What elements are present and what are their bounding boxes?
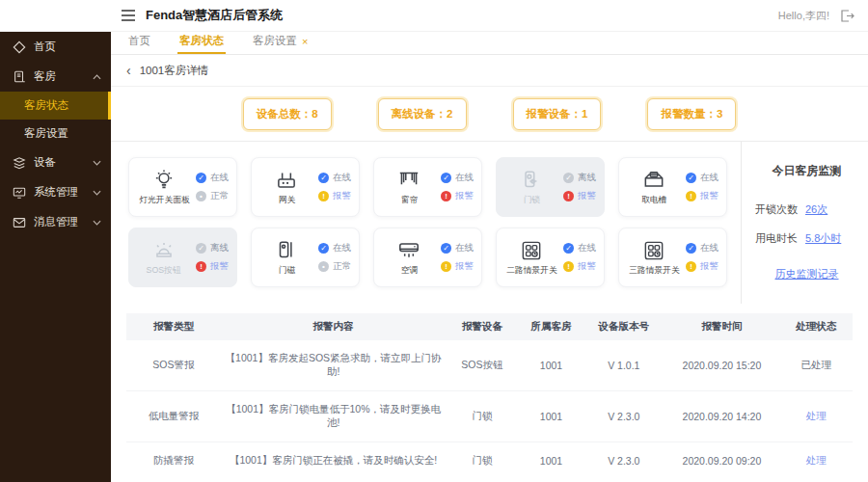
tab-bar: 首页 客房状态 客房设置 × [111,32,868,55]
sidebar-item-room-settings[interactable]: 客房设置 [0,120,111,147]
app-title: Fenda智慧酒店后管系统 [146,7,283,24]
sidebar-item-room-status[interactable]: 客房状态 [0,92,111,120]
alarm-red-icon: ! [196,261,206,272]
col-alarm-time: 报警时间 [664,313,779,340]
online-check-icon: ✓ [318,243,329,254]
offline-check-icon: ✓ [563,173,574,183]
user-greeting: Hello,李四! [778,9,829,23]
tab-room-settings[interactable]: 客房设置 × [251,34,310,54]
sidebar-item-home[interactable]: 首页 [0,32,111,62]
sidebar-item-devices[interactable]: 设备 [0,147,111,177]
device-card-air-conditioner[interactable]: 空调 ✓在线 !报警 [373,228,482,287]
handle-link[interactable]: 处理 [780,391,853,442]
door-sensor-icon [274,238,299,263]
normal-status-icon: • [318,261,329,272]
monitor-title: 今日客房监测 [755,163,858,179]
col-handle-status: 处理状态 [780,313,853,340]
table-header-row: 报警类型 报警内容 报警设备 所属客房 设备版本号 报警时间 处理状态 [126,313,853,340]
close-tab-icon[interactable]: × [302,36,308,47]
col-alarm-type: 报警类型 [126,313,221,340]
back-icon[interactable]: ‹ [126,64,131,77]
sidebar-item-messages[interactable]: 消息管理 [0,207,111,237]
power-slot-icon [641,168,666,193]
power-time-link[interactable]: 5.8小时 [805,231,841,246]
table-row: SOS警报 【1001】客房发起SOS紧急求助，请立即上门协助! SOS按钮 1… [126,340,853,391]
alarm-yellow-icon: ! [686,261,696,272]
unlock-count-link[interactable]: 26次 [805,202,827,217]
device-card-sos-button[interactable]: SOS按钮 ✓离线 !报警 [128,228,237,287]
col-device-version: 设备版本号 [583,313,664,340]
stat-alarm-devices[interactable]: 报警设备：1 [513,98,602,130]
chevron-down-icon [93,160,101,166]
breadcrumb: ‹ 1001客房详情 [111,55,868,87]
chevron-down-icon [93,220,101,226]
unlock-count-row: 开锁次数 26次 [755,202,858,217]
alarm-yellow-icon: ! [441,261,451,272]
app-window: Fenda智慧酒店后管系统 Hello,李四! 首页 客房 [0,0,868,482]
page-title: 1001客房详情 [140,64,209,78]
col-alarm-device: 报警设备 [446,313,518,340]
offline-check-icon: ✓ [196,243,206,254]
handle-link[interactable]: 处理 [780,442,853,480]
col-room: 所属客房 [519,313,584,340]
gateway-icon [274,168,299,193]
device-card-gateway[interactable]: 网关 ✓在线 !报警 [251,157,360,217]
device-card-light-panel[interactable]: 灯光开关面板 ✓在线 •正常 [128,157,237,217]
tab-room-status[interactable]: 客房状态 [177,34,226,54]
online-check-icon: ✓ [686,173,696,183]
scene-switch-icon [641,238,666,263]
top-bar: Fenda智慧酒店后管系统 Hello,李四! [0,0,868,32]
online-check-icon: ✓ [686,243,696,254]
online-check-icon: ✓ [441,243,451,254]
alarm-yellow-icon: ! [686,191,696,201]
device-section: 灯光开关面板 ✓在线 •正常 网关 [111,142,868,304]
message-icon [13,216,26,229]
device-card-curtain[interactable]: 窗帘 ✓在线 !报警 [373,157,482,217]
scene-switch-icon [519,238,544,263]
stat-offline-devices[interactable]: 离线设备：2 [378,98,467,130]
room-icon [13,70,26,84]
chevron-up-icon [93,74,101,80]
chevron-down-icon [93,190,101,196]
alarm-table: 报警类型 报警内容 报警设备 所属客房 设备版本号 报警时间 处理状态 SOS警… [126,313,853,479]
table-row: 防撬警报 【1001】客房门锁正在被撬，请及时确认安全! 门锁 1001 V 2… [126,442,853,480]
hamburger-menu-icon[interactable] [121,10,136,21]
online-check-icon: ✓ [318,173,329,183]
monitor-panel: 今日客房监测 开锁次数 26次 用电时长 5.8小时 历史监测记录 [741,142,868,304]
device-card-scene-switch-3[interactable]: 三路情景开关 ✓在线 !报警 [618,228,727,287]
alarm-red-icon: ! [441,191,451,201]
logout-icon[interactable] [839,9,854,23]
stat-total-devices[interactable]: 设备总数：8 [243,98,332,130]
online-check-icon: ✓ [563,243,574,254]
door-lock-icon [519,168,544,193]
air-conditioner-icon [396,238,421,263]
sidebar: 首页 客房 客房状态 客房设置 设备 [0,32,111,482]
history-records-link[interactable]: 历史监测记录 [755,267,858,281]
sidebar-item-system[interactable]: 系统管理 [0,177,111,207]
light-panel-icon [151,168,176,193]
sidebar-item-rooms[interactable]: 客房 [0,62,111,92]
online-check-icon: ✓ [441,173,451,183]
handled-status: 已处理 [780,340,853,391]
power-time-row: 用电时长 5.8小时 [755,231,858,246]
system-icon [13,186,26,200]
online-check-icon: ✓ [196,173,206,183]
device-card-door-sensor[interactable]: 门磁 ✓在线 •正常 [251,228,360,287]
device-icon [13,156,26,170]
device-grid: 灯光开关面板 ✓在线 •正常 网关 [111,142,741,304]
alarm-yellow-icon: ! [563,261,574,272]
alarm-red-icon: ! [563,191,574,201]
stat-alarm-count[interactable]: 报警数量：3 [647,98,736,130]
normal-status-icon: • [196,191,206,201]
stats-row: 设备总数：8 离线设备：2 报警设备：1 报警数量：3 [111,87,868,142]
curtain-icon [396,168,421,193]
device-card-scene-switch-2[interactable]: 二路情景开关 ✓在线 !报警 [496,228,605,287]
tab-home[interactable]: 首页 [126,34,152,54]
home-icon [13,40,26,54]
device-card-door-lock[interactable]: 门锁 ✓离线 !报警 [496,157,605,217]
col-alarm-content: 报警内容 [221,313,446,340]
table-row: 低电量警报 【1001】客房门锁电量低于10%，请及时更换电池! 门锁 1001… [126,391,853,442]
alarm-yellow-icon: ! [318,191,329,201]
device-card-power-slot[interactable]: 取电槽 ✓在线 !报警 [618,157,727,217]
sos-button-icon [151,238,176,263]
